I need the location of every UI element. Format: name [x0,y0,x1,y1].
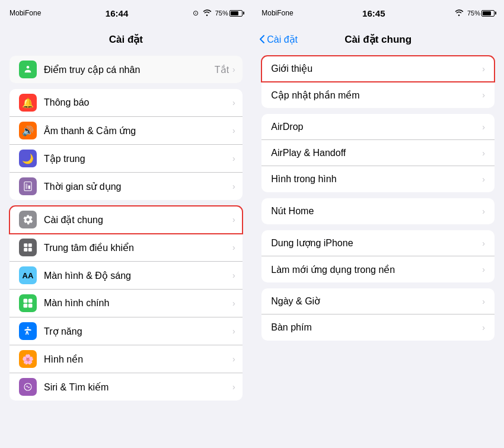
home-button-label: Nút Home [271,206,482,217]
list-item[interactable]: Thời gian sử dụng › [9,173,243,200]
hotspot-chevron: › [232,65,235,74]
keyboard-row[interactable]: Bàn phím › [261,314,495,341]
left-group-2: Cài đặt chung › Trung tâm điều khiển › A… [9,206,243,401]
keyboard-chevron: › [482,323,485,332]
list-item[interactable]: Trợ năng › [9,317,243,345]
airplay-row[interactable]: AirPlay & Handoff › [261,140,495,166]
right-group-3: Nút Home › [261,198,495,224]
bg-refresh-chevron: › [482,265,485,274]
right-nav-title: Cài đặt chung [344,33,412,46]
control-center-icon [19,239,37,256]
left-status-bar: MobiFone 16:44 ⊙ 75% [0,0,252,26]
svg-rect-11 [28,304,33,308]
svg-rect-6 [24,248,27,252]
general-settings-row[interactable]: Cài đặt chung › [9,206,243,234]
hotspot-icon [19,61,37,78]
chevron-2: › [232,126,235,135]
date-time-label: Ngày & Giờ [271,296,482,307]
hotspot-row[interactable]: Điểm truy cập cá nhân Tắt › [9,56,243,83]
left-carrier: MobiFone [9,9,41,17]
svg-rect-4 [24,243,27,247]
svg-point-0 [27,66,30,69]
bg-refresh-row[interactable]: Làm mới ứng dụng trong nền › [261,256,495,282]
right-time: 16:45 [362,8,385,18]
focus-icon: 🌙 [19,150,37,167]
sound-label: Âm thanh & Cảm ứng [44,125,232,136]
pip-label: Hình trong hình [271,174,482,185]
software-chevron: › [482,90,485,100]
svg-point-12 [27,327,29,329]
chevron-6: › [232,243,235,252]
right-status-icons: 75% [454,9,495,18]
home-screen-label: Màn hình chính [44,298,232,309]
airdrop-label: AirDrop [271,122,482,132]
pip-row[interactable]: Hình trong hình › [261,166,495,192]
airdrop-chevron: › [482,122,485,132]
storage-label: Dung lượng iPhone [271,237,482,249]
battery-pct-left: 75% [215,9,228,17]
svg-rect-7 [28,248,32,252]
pip-chevron: › [482,174,485,184]
battery-fill-left [231,11,239,15]
right-battery: 75% [467,9,495,17]
software-update-row[interactable]: Cập nhật phần mềm › [261,82,495,108]
about-chevron: › [482,64,485,74]
hotspot-value: Tắt [215,64,229,75]
home-screen-icon [19,294,37,312]
siri-icon [19,378,37,396]
svg-rect-9 [28,299,33,303]
battery-pct-right: 75% [467,9,480,17]
accessibility-label: Trợ năng [44,326,232,337]
left-content: Điểm truy cập cá nhân Tắt › 🔔 Thông báo … [0,52,252,448]
date-time-row[interactable]: Ngày & Giờ › [261,288,495,314]
right-group-4: Dung lượng iPhone › Làm mới ứng dụng tro… [261,230,495,282]
list-item[interactable]: 🌸 Hình nền › [9,345,243,373]
left-nav-bar: Cài đặt [0,26,252,52]
wifi-icon-right [454,9,464,18]
airplay-label: AirPlay & Handoff [271,148,482,158]
right-panel: MobiFone 16:45 75% Cài đặt [252,0,504,448]
svg-rect-5 [28,243,32,247]
list-item[interactable]: Trung tâm điều khiển › [9,234,243,262]
focus-label: Tập trung [44,153,232,164]
about-row[interactable]: Giới thiệu › [261,56,495,82]
back-label: Cài đặt [267,34,298,45]
right-carrier: MobiFone [261,9,293,17]
svg-rect-10 [24,304,28,308]
chevron-4: › [232,182,235,191]
accessibility-icon [19,322,37,340]
back-chevron-icon [259,34,265,44]
left-panel: MobiFone 16:44 ⊙ 75% Cài đặt [0,0,252,448]
hotspot-group: Điểm truy cập cá nhân Tắt › [9,56,243,83]
battery-icon-left [229,10,243,17]
right-status-bar: MobiFone 16:45 75% [252,0,504,26]
list-item[interactable]: 🔔 Thông báo › [9,89,243,117]
list-item[interactable]: 🌙 Tập trung › [9,145,243,173]
home-button-chevron: › [482,206,485,216]
storage-row[interactable]: Dung lượng iPhone › [261,230,495,256]
list-item[interactable]: 🔊 Âm thanh & Cảm ứng › [9,117,243,145]
siri-label: Siri & Tìm kiếm [44,382,232,393]
wallpaper-label: Hình nền [44,354,232,365]
date-time-chevron: › [482,297,485,306]
battery-fill-right [483,11,491,15]
chevron-5: › [232,215,235,224]
home-button-row[interactable]: Nút Home › [261,198,495,224]
list-item[interactable]: AA Màn hình & Độ sáng › [9,262,243,290]
chevron-1: › [232,98,235,107]
chevron-11: › [232,382,235,392]
sound-icon: 🔊 [19,122,37,139]
wallpaper-icon: 🌸 [19,350,37,368]
svg-rect-1 [24,182,31,191]
chevron-7: › [232,271,235,280]
back-button[interactable]: Cài đặt [259,34,298,45]
list-item[interactable]: Siri & Tìm kiếm › [9,373,243,401]
list-item[interactable]: Màn hình chính › [9,290,243,317]
hotspot-label: Điểm truy cập cá nhân [44,64,215,75]
chevron-10: › [232,354,235,364]
airplay-chevron: › [482,148,485,158]
bg-refresh-label: Làm mới ứng dụng trong nền [271,264,482,275]
airdrop-row[interactable]: AirDrop › [261,114,495,140]
notification-icon: 🔔 [19,94,37,112]
left-status-icons: ⊙ 75% [193,9,243,18]
